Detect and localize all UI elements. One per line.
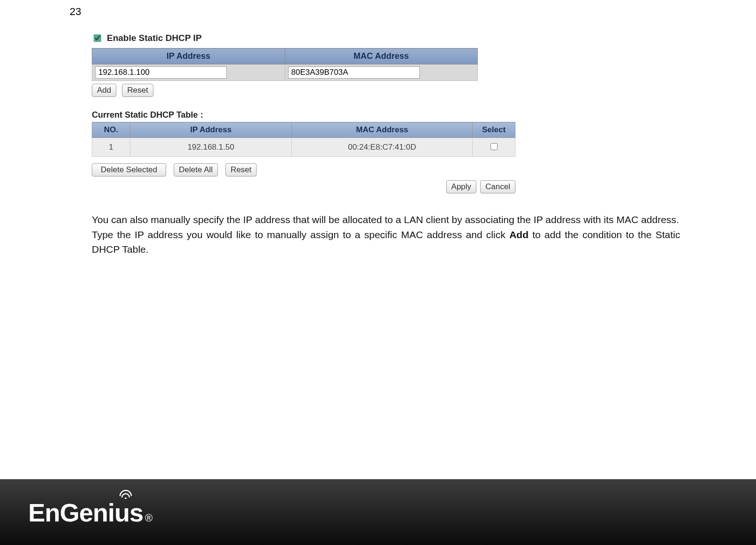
delete-selected-button[interactable]: Delete Selected xyxy=(92,163,166,176)
page-number: 23 xyxy=(70,6,81,18)
engenius-logo: EnGen ius ® xyxy=(28,498,153,527)
description-text: You can also manually specify the IP add… xyxy=(92,212,680,257)
p2-bold-add: Add xyxy=(509,229,529,240)
p2-part-a: Type the IP address you would like to ma… xyxy=(92,229,509,240)
reset-table-button[interactable]: Reset xyxy=(225,163,257,176)
logo-text-ius: ius xyxy=(108,498,143,527)
page-footer: EnGen ius ® xyxy=(0,479,756,545)
delete-all-button[interactable]: Delete All xyxy=(174,163,218,176)
enable-static-dhcp-checkbox[interactable] xyxy=(94,34,101,42)
cell-ip: 192.168.1.50 xyxy=(130,138,291,157)
header-ip-address: IP Address xyxy=(92,48,285,64)
enable-static-dhcp-row: Enable Static DHCP IP xyxy=(92,33,680,43)
ip-mac-input-table: IP Address MAC Address xyxy=(92,48,478,81)
add-button[interactable]: Add xyxy=(92,84,116,97)
apply-cancel-row: Apply Cancel xyxy=(92,180,515,193)
col-no: NO. xyxy=(92,122,130,138)
logo-i-wrap: ius xyxy=(108,498,143,527)
cell-no: 1 xyxy=(92,138,130,157)
static-dhcp-table: NO. IP Address MAC Address Select 1 192.… xyxy=(92,122,515,157)
table-row: 1 192.168.1.50 00:24:E8:C7:41:0D xyxy=(92,138,515,157)
ip-address-input[interactable] xyxy=(95,66,227,79)
mac-address-input[interactable] xyxy=(288,66,420,79)
main-content: Enable Static DHCP IP IP Address MAC Add… xyxy=(92,33,680,257)
svg-point-0 xyxy=(125,497,127,499)
registered-icon: ® xyxy=(145,512,153,524)
cell-mac-input xyxy=(285,64,478,81)
paragraph-1: You can also manually specify the IP add… xyxy=(92,212,680,227)
static-dhcp-table-heading: Current Static DHCP Table : xyxy=(92,110,680,120)
enable-static-dhcp-label: Enable Static DHCP IP xyxy=(107,33,201,43)
col-select: Select xyxy=(473,122,515,138)
reset-button[interactable]: Reset xyxy=(122,84,153,97)
cell-select xyxy=(473,138,515,157)
header-mac-address: MAC Address xyxy=(285,48,478,64)
wifi-icon xyxy=(119,489,133,501)
col-mac: MAC Address xyxy=(292,122,473,138)
cell-ip-input xyxy=(92,64,285,81)
paragraph-2: Type the IP address you would like to ma… xyxy=(92,227,680,257)
cell-mac: 00:24:E8:C7:41:0D xyxy=(292,138,473,157)
cancel-button[interactable]: Cancel xyxy=(480,180,515,193)
add-reset-row: Add Reset xyxy=(92,84,680,97)
row-select-checkbox[interactable] xyxy=(491,143,498,150)
delete-reset-row: Delete Selected Delete All Reset xyxy=(92,163,680,176)
col-ip: IP Address xyxy=(130,122,291,138)
apply-button[interactable]: Apply xyxy=(446,180,477,193)
logo-text-en: EnGen xyxy=(28,498,108,527)
